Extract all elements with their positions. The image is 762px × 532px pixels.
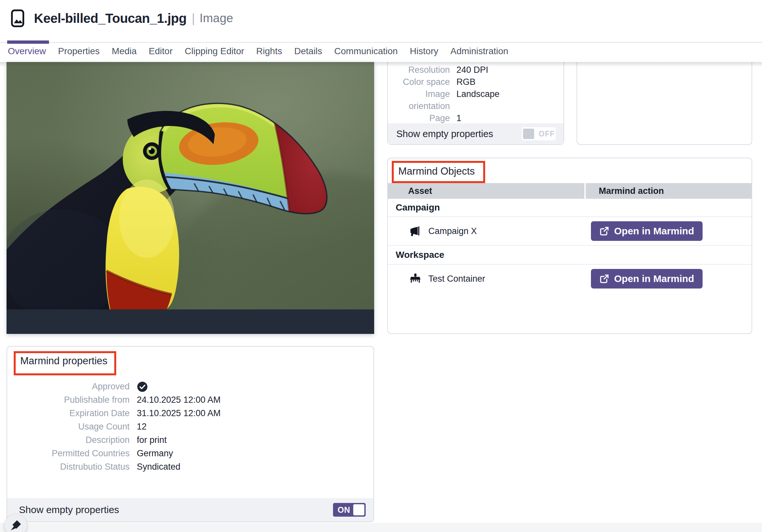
show-empty-properties-toggle[interactable]: OFF (522, 127, 556, 140)
image-file-icon (9, 9, 27, 28)
marmind-objects-table-header: Asset Marmind action (388, 183, 752, 199)
marmind-objects-panel: Marmind Objects Asset Marmind action Cam… (387, 158, 752, 334)
property-label: Description (7, 433, 130, 447)
external-link-icon (599, 226, 609, 236)
asset-name: Campaign X (428, 226, 477, 236)
show-empty-properties-toggle[interactable]: ON (333, 503, 366, 517)
page-title: Keel-billed_Toucan_1.jpg (34, 11, 187, 26)
tab-editor[interactable]: Editor (149, 46, 173, 56)
asset-type-label: Image (199, 11, 233, 25)
property-row: Description for print (7, 433, 373, 447)
property-value: 31.10.2025 12:00 AM (130, 407, 221, 420)
table-row-test-container[interactable]: Test Container Open in Marmind (388, 265, 752, 293)
asset-detail-page: Keel-billed_Toucan_1.jpg | Image Overvie… (0, 0, 762, 532)
show-empty-properties-bar: Show empty properties ON (7, 498, 373, 522)
property-value: for print (130, 433, 167, 447)
external-link-icon (599, 274, 609, 284)
marmind-properties-title: Marmind properties (20, 355, 108, 367)
property-row: Image orientation Landscape (388, 88, 564, 112)
asset-name: Test Container (428, 274, 485, 284)
toggle-knob (353, 504, 364, 515)
column-header-asset: Asset (388, 183, 584, 199)
marmind-properties-panel: Marmind properties Approved Publishable … (7, 346, 374, 522)
table-row-campaign-x[interactable]: Campaign X Open in Marmind (388, 217, 752, 246)
tab-overview[interactable]: Overview (8, 46, 46, 56)
show-empty-properties-label: Show empty properties (396, 128, 493, 139)
preview-letterbox (7, 309, 374, 334)
property-row: Resolution 240 DPI (388, 64, 564, 76)
property-row: Usage Count 12 (7, 420, 373, 433)
toggle-knob (523, 128, 534, 139)
property-row: Permitted Countries Germany (7, 447, 373, 460)
brush-icon (410, 273, 421, 285)
property-label: Approved (7, 380, 130, 393)
marmind-objects-title: Marmind Objects (398, 166, 475, 177)
property-row: Page 1 (388, 112, 564, 124)
property-label: Expiration Date (7, 407, 130, 420)
property-row: Distrubutio Status Syndicated (7, 460, 373, 474)
tab-properties[interactable]: Properties (58, 46, 100, 56)
property-value: Landscape (450, 88, 499, 112)
property-value (130, 380, 148, 393)
open-in-marmind-label: Open in Marmind (614, 273, 694, 284)
tab-media[interactable]: Media (112, 46, 136, 56)
property-value: 240 DPI (450, 64, 489, 76)
tab-bar: Overview Properties Media Editor Clippin… (8, 46, 508, 56)
property-label: Page (388, 112, 450, 124)
tabs-divider (0, 42, 762, 43)
active-tab-indicator (7, 40, 49, 44)
property-label: Permitted Countries (7, 447, 130, 460)
property-label: Usage Count (7, 420, 130, 433)
property-value: 24.10.2025 12:00 AM (130, 393, 221, 407)
tab-communication[interactable]: Communication (334, 46, 398, 56)
tab-administration[interactable]: Administration (450, 46, 508, 56)
tab-details[interactable]: Details (294, 46, 322, 56)
tab-clipping-editor[interactable]: Clipping Editor (185, 46, 244, 56)
open-in-marmind-label: Open in Marmind (614, 226, 694, 237)
property-label: Color space (388, 76, 450, 88)
property-value: 1 (450, 112, 461, 124)
group-header-campaign: Campaign (388, 199, 752, 217)
megaphone-icon (410, 225, 421, 237)
show-empty-properties-label: Show empty properties (19, 504, 119, 515)
page-bottom-strip (0, 523, 762, 532)
marmind-objects-table-body: Campaign Campaign X Open in Marmind (388, 199, 752, 293)
toggle-state-label: OFF (539, 129, 555, 138)
property-label: Distrubutio Status (7, 460, 130, 474)
property-row: Color space RGB (388, 76, 564, 88)
page-header: Keel-billed_Toucan_1.jpg | Image (9, 9, 233, 28)
property-label: Resolution (388, 64, 450, 76)
property-label: Image orientation (388, 88, 450, 112)
file-properties-panel: Resolution 240 DPI Color space RGB Image… (387, 62, 564, 145)
empty-side-panel (576, 62, 752, 145)
open-in-marmind-button[interactable]: Open in Marmind (591, 269, 703, 288)
tab-history[interactable]: History (410, 46, 438, 56)
property-row: Publishable from 24.10.2025 12:00 AM (7, 393, 373, 407)
property-value: Syndicated (130, 460, 181, 474)
check-circle-icon (137, 381, 148, 392)
title-separator: | (191, 11, 195, 26)
file-properties-rows: Resolution 240 DPI Color space RGB Image… (388, 62, 564, 124)
property-row: Expiration Date 31.10.2025 12:00 AM (7, 407, 373, 420)
column-header-marmind-action: Marmind action (586, 183, 752, 199)
property-value: Germany (130, 447, 173, 460)
property-value: 12 (130, 420, 147, 433)
group-header-workspace: Workspace (388, 246, 752, 265)
property-row: Approved (7, 380, 373, 393)
toggle-state-label: ON (338, 505, 350, 515)
open-in-marmind-button[interactable]: Open in Marmind (591, 221, 703, 241)
tab-rights[interactable]: Rights (256, 46, 282, 56)
pushpin-icon (10, 519, 22, 532)
property-value: RGB (450, 76, 476, 88)
show-empty-properties-bar: Show empty properties OFF (388, 123, 564, 144)
property-label: Publishable from (7, 393, 130, 407)
asset-preview (7, 62, 374, 334)
marmind-properties-rows: Approved Publishable from 24.10.2025 12:… (7, 380, 373, 474)
toucan-photo (7, 62, 374, 309)
